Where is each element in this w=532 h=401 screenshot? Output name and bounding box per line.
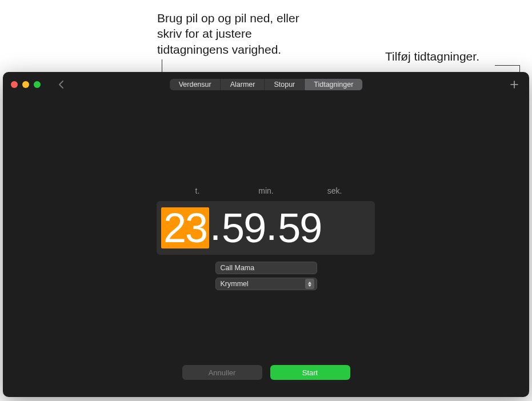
window-controls: [11, 81, 41, 88]
timer-name-value: Call Mama: [221, 264, 255, 272]
minutes-label: min.: [232, 186, 301, 195]
window-fullscreen-button[interactable]: [34, 81, 41, 88]
duration-editor[interactable]: 23 . 59 . 59: [157, 201, 375, 255]
seconds-field[interactable]: 59: [278, 207, 321, 248]
callout-leader-line: [495, 65, 519, 66]
tab-alarms[interactable]: Alarmer: [221, 79, 265, 90]
tab-timers[interactable]: Tidtagninger: [305, 79, 362, 90]
action-buttons: Annuller Start: [182, 365, 350, 380]
separator-dot: .: [266, 218, 277, 234]
segmented-control: Verdensur Alarmer Stopur Tidtagninger: [170, 79, 363, 90]
app-window: Verdensur Alarmer Stopur Tidtagninger t.…: [3, 72, 529, 397]
cancel-button[interactable]: Annuller: [182, 365, 262, 380]
tab-world-clock[interactable]: Verdensur: [170, 79, 221, 90]
chevron-left-icon: [58, 81, 64, 89]
callout-duration: Brug pil op og pil ned, eller skriv for …: [157, 10, 306, 57]
hours-field[interactable]: 23: [161, 207, 209, 248]
callout-add: Tilføj tidtagninger.: [385, 49, 479, 64]
titlebar: Verdensur Alarmer Stopur Tidtagninger: [3, 72, 529, 97]
window-close-button[interactable]: [11, 81, 18, 88]
seconds-label: sek.: [301, 186, 369, 195]
sound-select-value: Krymmel: [221, 280, 249, 288]
separator-dot: .: [210, 218, 221, 234]
window-minimize-button[interactable]: [22, 81, 29, 88]
stepper-icon: [305, 279, 314, 289]
minutes-field[interactable]: 59: [222, 207, 265, 248]
hours-label: t.: [163, 186, 232, 195]
start-button[interactable]: Start: [270, 365, 350, 380]
timer-name-input[interactable]: Call Mama: [215, 262, 317, 274]
tab-stopwatch[interactable]: Stopur: [265, 79, 305, 90]
plus-icon: [510, 80, 519, 89]
sound-select[interactable]: Krymmel: [215, 278, 317, 290]
time-unit-labels: t. min. sek.: [163, 186, 369, 195]
timer-fields: Call Mama Krymmel: [215, 262, 317, 290]
main-content: t. min. sek. 23 . 59 . 59 Call Mama Krym…: [3, 97, 529, 397]
add-timer-button[interactable]: [507, 78, 521, 91]
back-button[interactable]: [54, 78, 68, 91]
